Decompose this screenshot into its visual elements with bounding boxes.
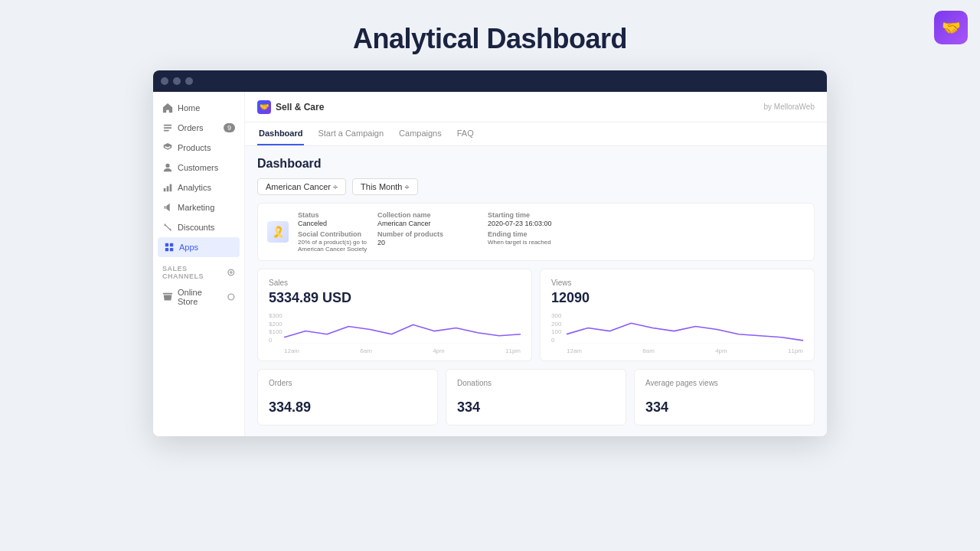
browser-body: Home Orders 9 Products Customers Analyti… (153, 92, 827, 436)
sidebar-item-marketing[interactable]: Marketing (153, 197, 244, 217)
svg-rect-5 (167, 186, 169, 191)
sidebar-item-orders-label: Orders (178, 123, 204, 132)
svg-rect-7 (165, 243, 168, 246)
page-title-area: Analytical Dashboard (0, 0, 980, 70)
tab-campaigns[interactable]: Campaigns (397, 122, 443, 145)
svg-rect-0 (164, 125, 172, 126)
campaign-details: Status Canceled Social Contribution 20% … (298, 211, 805, 253)
period-filter[interactable]: This Month ÷ (352, 178, 418, 195)
sidebar-item-marketing-label: Marketing (178, 203, 214, 212)
svg-rect-8 (170, 243, 173, 246)
browser-topbar (153, 70, 827, 92)
main-content: 🤝 Sell & Care by MelloraWeb Dashboard St… (245, 92, 827, 436)
top-logo-icon: 🤝 (934, 11, 968, 44)
sidebar-item-apps-label: Apps (179, 243, 198, 252)
filter-row: American Cancer ÷ This Month ÷ (257, 178, 815, 195)
orders-label: Orders (269, 379, 426, 387)
brand-icon: 🤝 (257, 100, 271, 114)
sidebar-item-products-label: Products (178, 143, 211, 152)
views-value: 12090 (551, 290, 803, 306)
orders-badge: 9 (224, 123, 235, 132)
sales-channels-label: SALES CHANNELS (162, 265, 227, 280)
sidebar-item-orders[interactable]: Orders 9 (153, 118, 244, 138)
start-label: Starting time (488, 211, 580, 219)
status-value: Canceled (298, 220, 374, 227)
views-card: Views 12090 300 200 100 0 (540, 269, 815, 361)
bottom-stats: Orders 334.89 Donations 334 Average page… (257, 369, 815, 425)
browser-dot-2 (173, 77, 181, 85)
svg-point-14 (228, 294, 234, 300)
sales-label: Sales (269, 279, 521, 287)
start-value: 2020-07-23 16:03:00 (488, 220, 580, 227)
page-title: Analytical Dashboard (0, 23, 980, 55)
sidebar-item-discounts-label: Discounts (178, 223, 214, 232)
svg-rect-1 (164, 127, 172, 129)
svg-rect-10 (170, 248, 173, 251)
orders-value: 334.89 (269, 399, 426, 416)
svg-point-3 (165, 164, 169, 168)
end-value: When target is reached (488, 239, 580, 246)
sidebar-item-home-label: Home (178, 103, 200, 112)
views-chart: 300 200 100 0 (551, 312, 803, 354)
sales-svg-wrapper (284, 312, 521, 344)
svg-rect-4 (164, 188, 166, 191)
orders-card: Orders 334.89 (257, 369, 438, 425)
sidebar-item-customers[interactable]: Customers (153, 158, 244, 178)
type-value: 20% of a product(s) go to American Cance… (298, 239, 374, 253)
sidebar-item-discounts[interactable]: Discounts (153, 217, 244, 237)
sales-channels-section: SALES CHANNELS (153, 257, 244, 283)
sales-chart: $300 $200 $100 0 (269, 312, 521, 354)
views-y-labels: 300 200 100 0 (551, 312, 561, 344)
sidebar-item-home[interactable]: Home (153, 98, 244, 118)
sales-value: 5334.89 USD (269, 290, 521, 306)
svg-rect-9 (165, 248, 168, 251)
tab-start-campaign[interactable]: Start a Campaign (316, 122, 385, 145)
sidebar-item-products[interactable]: Products (153, 138, 244, 158)
type-label: Social Contribution (298, 230, 374, 238)
end-label: Ending time (488, 230, 580, 238)
stats-row: Sales 5334.89 USD $300 $200 $100 0 (257, 269, 815, 361)
app-brand: 🤝 Sell & Care (257, 100, 324, 114)
sidebar: Home Orders 9 Products Customers Analyti… (153, 92, 245, 436)
svg-rect-2 (164, 130, 169, 132)
campaign-filter[interactable]: American Cancer ÷ (257, 178, 346, 195)
browser-dot-1 (161, 77, 168, 85)
dashboard-heading: Dashboard (257, 157, 815, 171)
products-label: Number of products (377, 230, 485, 238)
sidebar-item-analytics-label: Analytics (178, 183, 211, 192)
donations-label: Donations (457, 379, 615, 387)
collection-label: Collection name (377, 211, 485, 219)
by-melora: by MelloraWeb (763, 103, 815, 111)
sales-x-labels: 12am 6am 4pm 11pm (284, 347, 521, 354)
tab-dashboard[interactable]: Dashboard (257, 122, 304, 145)
sidebar-item-analytics[interactable]: Analytics (153, 178, 244, 197)
avg-pages-card: Average pages views 334 (634, 369, 815, 425)
dashboard-area: Dashboard American Cancer ÷ This Month ÷… (245, 146, 827, 436)
views-label: Views (551, 279, 803, 287)
views-svg-wrapper (567, 312, 803, 344)
campaign-img: 🎗️ (267, 221, 289, 243)
svg-rect-6 (170, 184, 172, 192)
sales-y-labels: $300 $200 $100 0 (269, 312, 283, 344)
tab-faq[interactable]: FAQ (456, 122, 475, 145)
sales-card: Sales 5334.89 USD $300 $200 $100 0 (257, 269, 532, 361)
campaign-card: 🎗️ Status Canceled Social Contribution 2… (257, 203, 815, 261)
browser-window: Home Orders 9 Products Customers Analyti… (153, 70, 827, 436)
donations-value: 334 (457, 399, 615, 416)
sidebar-item-online-store[interactable]: Online Store (153, 283, 244, 311)
status-label: Status (298, 211, 374, 219)
brand-name: Sell & Care (276, 102, 324, 112)
avg-pages-value: 334 (645, 399, 803, 416)
views-x-labels: 12am 8am 4pm 11pm (567, 347, 803, 354)
collection-value: American Cancer (377, 220, 485, 227)
sidebar-item-apps[interactable]: Apps (158, 237, 240, 257)
products-value: 20 (377, 239, 485, 246)
avg-pages-label: Average pages views (645, 379, 803, 387)
donations-card: Donations 334 (446, 369, 626, 425)
tabs-bar: Dashboard Start a Campaign Campaigns FAQ (245, 122, 827, 146)
browser-dot-3 (185, 77, 193, 85)
app-header: 🤝 Sell & Care by MelloraWeb (245, 92, 827, 122)
sidebar-item-online-store-label: Online Store (178, 288, 223, 306)
sidebar-item-customers-label: Customers (178, 163, 218, 172)
